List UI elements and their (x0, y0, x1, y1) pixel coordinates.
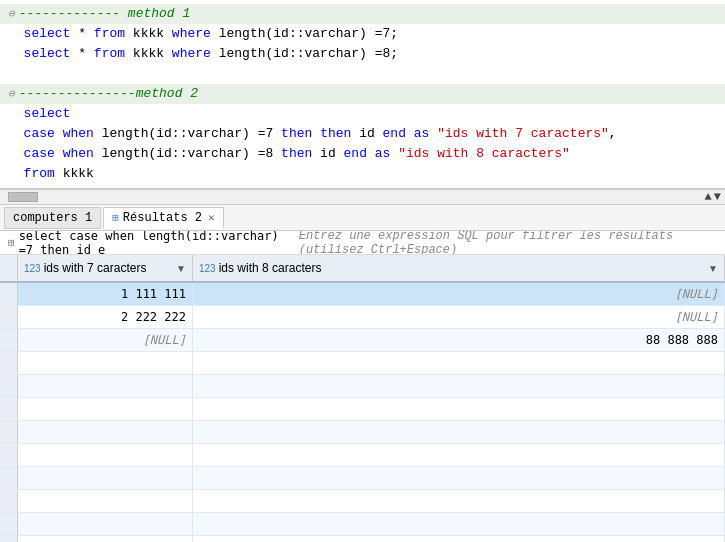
str-ids8: "ids with 8 caracters" (398, 145, 570, 163)
row3-col2: 88 888 888 (193, 329, 725, 351)
empty-row-8-num (0, 536, 18, 542)
tab-bar: computers 1 ⊞ Résultats 2 ✕ (0, 205, 725, 231)
empty-row-6-col2 (193, 490, 725, 512)
empty-row-6-num (0, 490, 18, 512)
empty-row-4-col2 (193, 444, 725, 466)
empty-row-6-col1 (18, 490, 193, 512)
kw-end2: end (344, 145, 367, 163)
kw-when1: when (63, 125, 94, 143)
query-hint-text: Entrez une expression SQL pour filtrer l… (299, 231, 717, 255)
row-num-header (0, 255, 18, 281)
method2-header-text: ---------------method 2 (19, 85, 198, 103)
empty-row-8 (0, 536, 725, 542)
results-grid: 123 ids with 7 caracters ▼ 123 ids with … (0, 255, 725, 542)
empty-row-0-num (0, 352, 18, 374)
kw-from-m2: from (24, 165, 55, 183)
row2-col1: 2 222 222 (18, 306, 193, 328)
empty-row-7-col1 (18, 513, 193, 535)
grid-row-1[interactable]: 1 111 111 [NULL] (0, 283, 725, 306)
kw-select-1: select (24, 25, 71, 43)
col1-header: 123 ids with 7 caracters ▼ (18, 255, 193, 281)
empty-row-0-col2 (193, 352, 725, 374)
collapse-icon-2[interactable]: ⊖ (8, 85, 15, 103)
kw-where-2: where (172, 45, 211, 63)
empty-row-5-num (0, 467, 18, 489)
row1-col2: [NULL] (193, 283, 725, 305)
empty-row-5-col2 (193, 467, 725, 489)
row1-col1: 1 111 111 (18, 283, 193, 305)
row3-col1-null: [NULL] (143, 333, 186, 347)
tab-computers1-label: computers 1 (13, 211, 92, 225)
spacer-line (0, 64, 725, 84)
col1-type-icon: 123 (24, 263, 41, 274)
empty-row-3-col2 (193, 421, 725, 443)
method1-header-text: ------------- method 1 (19, 5, 191, 23)
collapse-icon-1[interactable]: ⊖ (8, 5, 15, 23)
tab-close-button[interactable]: ✕ (208, 211, 215, 224)
method2-header: ⊖ ---------------method 2 (0, 84, 725, 104)
col2-header: 123 ids with 8 caracters ▼ (193, 255, 725, 281)
row2-col2: [NULL] (193, 306, 725, 328)
kw-as1: as (414, 125, 430, 143)
method1-line1: select * from kkkk where length(id::varc… (0, 24, 725, 44)
row3-col1: [NULL] (18, 329, 193, 351)
col1-dropdown[interactable]: ▼ (176, 263, 186, 274)
kw-then1: then (281, 125, 312, 143)
grid-row-2[interactable]: 2 222 222 [NULL] (0, 306, 725, 329)
kw-from-1: from (94, 25, 125, 43)
empty-row-1 (0, 375, 725, 398)
kw-where-1: where (172, 25, 211, 43)
kw-select-2: select (24, 45, 71, 63)
method1-header: ⊖ ------------- method 1 (0, 4, 725, 24)
col2-dropdown[interactable]: ▼ (708, 263, 718, 274)
query-bar: ⊞ select case when length(id::varchar) =… (0, 231, 725, 255)
method1-line2: select * from kkkk where length(id::varc… (0, 44, 725, 64)
empty-row-7-col2 (193, 513, 725, 535)
empty-row-2-col1 (18, 398, 193, 420)
empty-row-8-col2 (193, 536, 725, 542)
empty-row-5-col1 (18, 467, 193, 489)
row3-num (0, 329, 18, 351)
tab-resultats2-label: Résultats 2 (123, 211, 202, 225)
str-ids7: "ids with 7 caracters" (437, 125, 609, 143)
hscrollbar-area: ▲ ▼ (0, 189, 725, 205)
empty-row-2 (0, 398, 725, 421)
kw-case1: case (24, 125, 55, 143)
empty-row-7 (0, 513, 725, 536)
empty-rows (0, 352, 725, 542)
empty-row-3-col1 (18, 421, 193, 443)
empty-row-1-col2 (193, 375, 725, 397)
scroll-down-icon[interactable]: ▼ (714, 190, 721, 204)
kw-select-m2: select (24, 105, 71, 123)
kw-when2: when (63, 145, 94, 163)
row1-col1-value: 1 111 111 (121, 287, 186, 301)
empty-row-2-num (0, 398, 18, 420)
kw-as2: as (375, 145, 391, 163)
empty-row-1-num (0, 375, 18, 397)
empty-row-6 (0, 490, 725, 513)
method2-line1: select (0, 104, 725, 124)
hscroll-thumb[interactable] (8, 192, 38, 202)
kw-end1: end (383, 125, 406, 143)
grid-row-3[interactable]: [NULL] 88 888 888 (0, 329, 725, 352)
empty-row-3 (0, 421, 725, 444)
kw-from-2: from (94, 45, 125, 63)
tab-resultats2[interactable]: ⊞ Résultats 2 ✕ (103, 207, 223, 229)
row2-col1-value: 2 222 222 (121, 310, 186, 324)
kw-then2: then (281, 145, 312, 163)
scroll-up-icon[interactable]: ▲ (705, 190, 712, 204)
method2-case2: case when length(id::varchar) =8 then id… (0, 144, 725, 164)
empty-row-0 (0, 352, 725, 375)
row1-col2-null: [NULL] (675, 287, 718, 301)
col1-label: ids with 7 caracters (44, 261, 147, 275)
grid-header: 123 ids with 7 caracters ▼ 123 ids with … (0, 255, 725, 283)
col2-type-icon: 123 (199, 263, 216, 274)
method2-case1: case when length(id::varchar) =7 then th… (0, 124, 725, 144)
row2-num (0, 306, 18, 328)
tab-computers1[interactable]: computers 1 (4, 207, 101, 229)
table-icon: ⊞ (112, 211, 119, 224)
empty-row-3-num (0, 421, 18, 443)
empty-row-1-col1 (18, 375, 193, 397)
method2-from: from kkkk (0, 164, 725, 184)
empty-row-4 (0, 444, 725, 467)
